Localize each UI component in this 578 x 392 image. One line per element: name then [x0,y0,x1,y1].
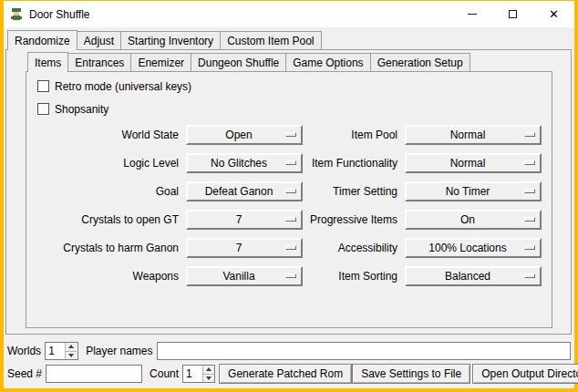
checkbox-label: Retro mode (universal keys) [55,80,191,93]
tab-label: Dungeon Shuffle [198,57,279,69]
spinner-buttons [202,366,214,382]
worlds-row: Worlds Player names [7,341,571,361]
dropdown-indicator-icon [285,273,296,278]
dropdown-indicator-icon [524,245,535,250]
open-output-directory-button[interactable]: Open Output Directory [472,364,578,384]
timer-setting-dropdown[interactable]: No Timer [405,181,542,201]
dropdown-value: 7 [236,242,243,254]
progressive-items-dropdown[interactable]: On [405,210,542,230]
outer-tabbar: Randomize Adjust Starting Inventory Cust… [7,30,322,50]
dropdown-value: Normal [450,157,486,170]
progressive-items-label: Progressive Items [308,213,399,226]
shopsanity-checkbox[interactable]: Shopsanity [37,102,552,116]
dropdown-value: Vanilla [222,270,254,283]
dropdown-indicator-icon [524,217,535,222]
worlds-spinner[interactable] [45,342,78,360]
item-functionality-dropdown[interactable]: Normal [405,153,542,173]
dropdown-indicator-icon [285,189,296,193]
tab-generation-setup[interactable]: Generation Setup [370,53,470,71]
dropdown-indicator-icon [524,132,535,137]
window-title: Door Shuffle [29,8,90,21]
checkbox-label: Shopsanity [55,103,108,116]
spin-up-icon[interactable] [203,366,214,375]
tab-label: Entrances [75,57,124,69]
dropdown-indicator-icon [285,245,296,250]
titlebar[interactable]: Door Shuffle ✕ [4,1,574,27]
timer-setting-label: Timer Setting [308,185,399,198]
tab-label: Items [35,57,61,69]
crystals-gt-dropdown[interactable]: 7 [186,210,303,230]
dropdown-value: No Glitches [211,157,267,170]
dropdown-value: 100% Locations [428,242,506,254]
tab-randomize[interactable]: Randomize [7,30,77,50]
tab-items[interactable]: Items [27,52,68,72]
player-names-input[interactable] [157,342,572,360]
crystals-ganon-label: Crystals to harm Ganon [37,242,181,254]
tab-enemizer[interactable]: Enemizer [130,53,191,71]
door-shuffle-window: Door Shuffle ✕ Randomize Adjust Starting… [0,0,578,392]
dropdown-indicator-icon [285,160,296,165]
dropdown-value: Open [225,129,252,141]
world-state-dropdown[interactable]: Open [186,125,303,145]
goal-dropdown[interactable]: Defeat Ganon [186,181,303,201]
goal-label: Goal [37,185,181,198]
inner-tabbar: Items Entrances Enemizer Dungeon Shuffle… [27,52,470,72]
items-page: Retro mode (universal keys) Shopsanity W… [26,71,552,328]
item-pool-dropdown[interactable]: Normal [405,125,542,145]
weapons-dropdown[interactable]: Vanilla [186,266,303,286]
seed-input[interactable] [46,365,142,383]
tab-adjust[interactable]: Adjust [77,31,121,49]
minimize-button[interactable] [451,1,492,27]
dropdown-indicator-icon [285,132,296,137]
close-button[interactable]: ✕ [533,1,574,27]
tab-label: Game Options [293,57,363,69]
tab-custom-item-pool[interactable]: Custom Item Pool [220,31,321,49]
count-input[interactable] [183,366,202,382]
count-label: Count [150,367,179,380]
save-settings-button[interactable]: Save Settings to File [352,364,470,384]
player-names-label: Player names [86,345,152,357]
worlds-input[interactable] [46,343,65,359]
checkbox-icon [37,80,49,92]
app-icon[interactable] [9,7,24,22]
settings-grid: World State Open Item Pool Normal Logic … [37,125,552,286]
maximize-icon [509,10,517,18]
crystals-ganon-dropdown[interactable]: 7 [186,238,303,258]
dropdown-indicator-icon [524,273,535,278]
tab-label: Adjust [84,35,114,47]
retro-mode-checkbox[interactable]: Retro mode (universal keys) [37,79,552,93]
spin-down-icon[interactable] [66,352,77,360]
dropdown-value: Balanced [445,270,490,283]
logic-level-dropdown[interactable]: No Glitches [186,153,303,173]
item-functionality-label: Item Functionality [308,157,399,170]
accessibility-dropdown[interactable]: 100% Locations [405,238,542,258]
item-pool-label: Item Pool [308,129,399,141]
maximize-button[interactable] [492,1,533,27]
item-sorting-label: Item Sorting [308,270,399,283]
tab-starting-inventory[interactable]: Starting Inventory [120,31,221,49]
spin-up-icon[interactable] [66,343,77,352]
tab-label: Starting Inventory [128,35,213,47]
worlds-label: Worlds [7,345,41,357]
tab-game-options[interactable]: Game Options [285,53,370,71]
dropdown-value: On [460,213,475,226]
crystals-gt-label: Crystals to open GT [37,213,181,226]
dropdown-indicator-icon [524,160,535,165]
item-sorting-dropdown[interactable]: Balanced [405,266,542,286]
dropdown-value: 7 [236,213,243,226]
seed-row: Seed # Count Generate Patched Rom Save S… [7,364,571,384]
tab-label: Randomize [15,35,70,47]
close-icon: ✕ [549,8,559,20]
dropdown-value: No Timer [446,185,490,198]
dropdown-value: Normal [450,129,486,141]
spin-down-icon[interactable] [203,375,214,383]
dropdown-indicator-icon [285,217,296,222]
generate-patched-rom-button[interactable]: Generate Patched Rom [219,364,352,384]
tab-dungeon-shuffle[interactable]: Dungeon Shuffle [191,53,286,71]
accessibility-label: Accessibility [308,242,399,254]
tab-entrances[interactable]: Entrances [67,53,131,71]
world-state-label: World State [37,129,181,141]
count-spinner[interactable] [182,365,215,383]
tab-label: Generation Setup [377,57,463,69]
spinner-buttons [65,343,77,359]
